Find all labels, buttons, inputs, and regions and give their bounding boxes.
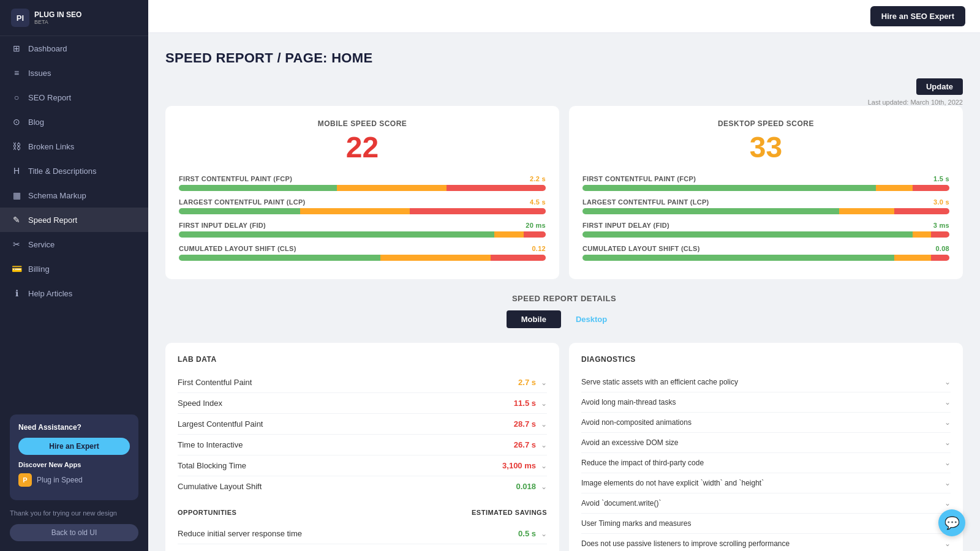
lab-data-row: Cumulative Layout Shift 0.018 ⌄ [178,476,547,497]
diagnostic-row[interactable]: Avoid `document.write()` ⌄ [581,493,951,514]
diagnostics-panel: DIAGNOSTICS Serve static assets with an … [569,343,963,551]
metric-row: FIRST CONTENTFUL PAINT (FCP) 1.5 s [582,175,949,191]
diagnostic-row[interactable]: Image elements do not have explicit `wid… [581,473,951,493]
est-savings-title: ESTIMATED SAVINGS [472,509,547,516]
diagnostic-label: User Timing marks and measures [581,519,691,528]
diagnostic-row[interactable]: Does not use passive listeners to improv… [581,534,951,551]
hire-seo-expert-button[interactable]: Hire an SEO Expert [870,6,965,26]
progress-green [582,255,894,261]
metric-row: LARGEST CONTENTFUL PAINT (LCP) 4.5 s [179,198,546,214]
progress-green [582,208,839,214]
update-button[interactable]: Update [916,78,963,95]
lab-data-title: LAB DATA [178,355,547,364]
diagnostic-row[interactable]: User Timing marks and measures ⌄ [581,514,951,534]
schema-markup-icon: ▦ [11,190,22,201]
lab-value: 26.7 s ⌄ [514,440,547,449]
metric-header: FIRST INPUT DELAY (FID) 20 ms [179,222,546,229]
diagnostic-row[interactable]: Reduce the impact of third-party code ⌄ [581,453,951,473]
metric-value: 0.08 [935,245,949,252]
metric-progress-track [582,231,949,238]
tab-desktop[interactable]: Desktop [561,310,622,328]
diagnostic-row[interactable]: Avoid long main-thread tasks ⌄ [581,392,951,413]
diagnostic-row[interactable]: Avoid non-composited animations ⌄ [581,413,951,433]
dashboard-icon: ⊞ [11,43,22,54]
diagnostics-rows: Serve static assets with an efficient ca… [581,372,951,551]
diagnostic-label: Avoid `document.write()` [581,499,662,508]
sidebar-item-issues[interactable]: ≡Issues [0,61,148,85]
progress-orange [300,208,410,214]
sidebar-item-service[interactable]: ✂Service [0,232,148,257]
opportunities-section: OPPORTUNITIES ESTIMATED SAVINGS Reduce i… [178,509,547,551]
chat-fab[interactable]: 💬 [938,509,965,536]
logo-text: PLUG IN SEO [34,10,81,19]
progress-red [931,231,949,238]
sidebar-item-broken-links[interactable]: ⛓Broken Links [0,134,148,159]
service-icon: ✂ [11,239,22,250]
tab-mobile[interactable]: Mobile [507,310,561,328]
sidebar-item-help-articles[interactable]: ℹHelp Articles [0,281,148,305]
lab-data-row: Largest Contentful Paint 28.7 s ⌄ [178,414,547,435]
progress-orange [839,208,894,214]
metric-value: 3.0 s [933,198,949,206]
hire-expert-button[interactable]: Hire an Expert [18,438,130,455]
back-to-old-ui-button[interactable]: Back to old UI [10,524,138,541]
speed-report-icon: ✎ [11,214,22,225]
metric-label: LARGEST CONTENTFUL PAINT (LCP) [179,198,306,206]
sidebar-item-dashboard[interactable]: ⊞Dashboard [0,36,148,61]
help-articles-icon: ℹ [11,288,22,299]
plugin-name: Plug in Speed [37,476,83,484]
lab-value: 2.7 s ⌄ [518,378,547,387]
metric-header: FIRST CONTENTFUL PAINT (FCP) 2.2 s [179,175,546,182]
metric-label: CUMULATED LAYOUT SHIFT (CLS) [179,245,296,252]
sidebar-item-billing[interactable]: 💳Billing [0,257,148,281]
main-content: Hire an SEO Expert SPEED REPORT / PAGE: … [148,0,980,551]
metric-progress-track [179,255,546,261]
lab-value: 11.5 s ⌄ [514,399,547,408]
chevron-down-icon: ⌄ [944,378,951,386]
metric-progress-track [179,185,546,191]
sidebar-item-schema-markup[interactable]: ▦Schema Markup [0,183,148,208]
lab-label: Speed Index [178,399,222,408]
chevron-down-icon: ⌄ [944,398,951,407]
metric-value: 4.5 s [530,198,546,206]
metric-value: 3 ms [933,222,949,229]
lab-label: Largest Contentful Paint [178,419,263,429]
diagnostic-row[interactable]: Avoid an excessive DOM size ⌄ [581,433,951,453]
logo-area: PI PLUG IN SEO BETA [0,0,148,36]
sidebar-item-blog[interactable]: ⊙Blog [0,110,148,134]
mobile-speed-title: MOBILE SPEED SCORE [179,119,546,128]
sidebar-label-broken-links: Broken Links [28,142,74,151]
sidebar-item-title-descriptions[interactable]: HTitle & Descriptions [0,159,148,183]
progress-red [913,185,949,191]
metric-progress-track [179,231,546,238]
metric-header: CUMULATED LAYOUT SHIFT (CLS) 0.12 [179,245,546,252]
mobile-speed-card: MOBILE SPEED SCORE 22 FIRST CONTENTFUL P… [165,106,559,279]
new-design-text: Thank you for trying our new design [10,509,138,518]
seo-report-icon: ○ [11,92,22,103]
plugin-row: P Plug in Speed [18,473,130,487]
chevron-down-icon: ⌄ [944,499,951,508]
assistance-card: Need Assistance? Hire an Expert Discover… [10,414,138,500]
content-area: SPEED REPORT / PAGE: HOME Update Last up… [148,33,980,551]
bottom-panels: LAB DATA First Contentful Paint 2.7 s ⌄ … [165,343,963,551]
diagnostic-row[interactable]: Serve static assets with an efficient ca… [581,372,951,392]
lab-data-row: Total Blocking Time 3,100 ms ⌄ [178,455,547,476]
progress-orange [913,231,931,238]
tab-row: MobileDesktop [165,310,963,328]
discover-apps-title: Discover New Apps [18,461,130,468]
sidebar-item-speed-report[interactable]: ✎Speed Report [0,208,148,232]
progress-red [931,255,949,261]
metric-progress-track [179,208,546,214]
lab-label: Cumulative Layout Shift [178,482,262,491]
progress-red [410,208,546,214]
lab-value: 3,100 ms ⌄ [502,461,547,470]
chevron-down-icon: ⌄ [541,482,547,491]
sidebar-label-blog: Blog [28,118,44,127]
metric-progress-track [582,208,949,214]
sidebar-label-service: Service [28,240,55,249]
sidebar-label-dashboard: Dashboard [28,44,67,53]
sidebar-item-seo-report[interactable]: ○SEO Report [0,85,148,110]
chevron-down-icon: ⌄ [944,539,951,548]
diagnostic-label: Does not use passive listeners to improv… [581,539,790,548]
desktop-speed-title: DESKTOP SPEED SCORE [582,119,949,128]
